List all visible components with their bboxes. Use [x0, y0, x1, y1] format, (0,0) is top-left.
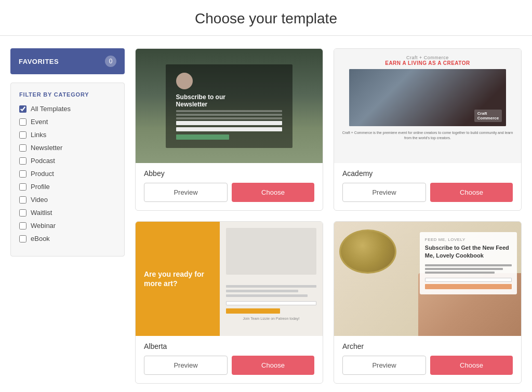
- abbey-avatar: [176, 73, 193, 89]
- alberta-lines: [226, 285, 316, 297]
- filter-checkbox-ebook[interactable]: [19, 235, 26, 242]
- sidebar: FAVORITES 0 FILTER BY CATEGORY All Templ…: [10, 48, 125, 384]
- filter-item-video[interactable]: Video: [19, 196, 116, 204]
- filter-title: FILTER BY CATEGORY: [19, 91, 116, 98]
- page-header: Choose your template: [0, 0, 532, 36]
- filter-item-all[interactable]: All Templates: [19, 105, 116, 113]
- alberta-right-panel: Join Team Lizzie on Patreon today!: [220, 222, 323, 336]
- abbey-actions: Preview Choose: [144, 183, 314, 202]
- filter-label-profile: Profile: [31, 183, 50, 191]
- filter-checkbox-webinar[interactable]: [19, 222, 26, 229]
- favorites-label: FAVORITES: [19, 58, 59, 65]
- main-layout: FAVORITES 0 FILTER BY CATEGORY All Templ…: [0, 36, 532, 392]
- filter-checkbox-podcast[interactable]: [19, 157, 26, 165]
- archer-desc-3: [425, 272, 495, 274]
- template-card-abbey: Subscribe to ourNewsletter Abbey Preview…: [135, 48, 323, 211]
- archer-overlay: FEED ME, LOVELY Subscribe to Get the New…: [420, 232, 517, 294]
- alberta-orange-text: Are you ready for more art?: [144, 269, 211, 288]
- abbey-name: Abbey: [144, 169, 314, 178]
- academy-preview-image: Craft + Commerce EARN A LIVING AS A CREA…: [334, 49, 521, 163]
- archer-mock: FEED ME, LOVELY Subscribe to Get the New…: [334, 222, 521, 336]
- filter-checkbox-product[interactable]: [19, 170, 26, 178]
- alberta-name: Alberta: [144, 342, 314, 350]
- filter-checkbox-event[interactable]: [19, 118, 26, 126]
- filter-label-waitlist: Waitlist: [31, 209, 52, 217]
- favorites-count: 0: [105, 56, 116, 67]
- academy-preview-button[interactable]: Preview: [342, 183, 426, 202]
- alberta-choose-button[interactable]: Choose: [232, 356, 314, 375]
- alberta-submit-btn: [226, 308, 280, 314]
- filter-item-event[interactable]: Event: [19, 118, 116, 126]
- filter-item-profile[interactable]: Profile: [19, 183, 116, 191]
- academy-image: CraftCommerce: [349, 69, 506, 126]
- alberta-orange-panel: Are you ready for more art?: [136, 222, 220, 336]
- filter-label-newsletter: Newsletter: [31, 144, 62, 152]
- academy-red-title: EARN A LIVING AS A CREATOR: [385, 60, 470, 66]
- abbey-text-1: [176, 110, 283, 112]
- template-card-alberta: Are you ready for more art? Join Team Li…: [135, 221, 323, 384]
- filter-label-links: Links: [31, 131, 46, 139]
- filter-label-event: Event: [31, 118, 48, 126]
- filter-item-product[interactable]: Product: [19, 170, 116, 178]
- filter-label-podcast: Podcast: [31, 157, 55, 165]
- filter-item-waitlist[interactable]: Waitlist: [19, 209, 116, 217]
- abbey-submit-btn: [176, 134, 229, 140]
- alberta-mock: Are you ready for more art? Join Team Li…: [136, 222, 323, 336]
- filter-label-webinar: Webinar: [31, 222, 56, 229]
- archer-choose-button[interactable]: Choose: [430, 356, 513, 375]
- alberta-email-input: [226, 301, 316, 305]
- abbey-text-3: [176, 117, 283, 119]
- abbey-field-name: [176, 121, 283, 125]
- abbey-text-2: [176, 114, 283, 116]
- filter-checkbox-newsletter[interactable]: [19, 144, 26, 152]
- archer-info: Archer Preview Choose: [334, 336, 521, 383]
- archer-small-label: FEED ME, LOVELY: [425, 237, 512, 242]
- abbey-headline: Subscribe to ourNewsletter: [176, 93, 283, 108]
- alberta-sub-text: Join Team Lizzie on Patreon today!: [226, 317, 316, 320]
- academy-name: Academy: [342, 169, 513, 178]
- filter-label-all: All Templates: [31, 105, 71, 113]
- archer-submit-btn: [425, 284, 512, 289]
- alberta-line-2: [226, 290, 298, 292]
- filter-label-product: Product: [31, 170, 54, 178]
- archer-email-input: [425, 278, 512, 282]
- filter-item-ebook[interactable]: eBook: [19, 235, 116, 242]
- abbey-preview-button[interactable]: Preview: [144, 183, 228, 202]
- academy-mock: Craft + Commerce EARN A LIVING AS A CREA…: [334, 49, 521, 163]
- alberta-line-1: [226, 285, 316, 288]
- abbey-field-email: [176, 127, 283, 131]
- academy-choose-button[interactable]: Choose: [430, 183, 513, 202]
- filter-checkbox-all[interactable]: [19, 105, 26, 113]
- filter-box: FILTER BY CATEGORY All Templates Event L…: [10, 83, 125, 256]
- archer-desc-1: [425, 264, 512, 266]
- filter-item-webinar[interactable]: Webinar: [19, 222, 116, 229]
- filter-item-newsletter[interactable]: Newsletter: [19, 144, 116, 152]
- archer-preview-button[interactable]: Preview: [342, 356, 426, 375]
- archer-dish: [339, 229, 396, 274]
- filter-checkbox-links[interactable]: [19, 131, 26, 139]
- templates-grid: Subscribe to ourNewsletter Abbey Preview…: [135, 48, 522, 384]
- academy-actions: Preview Choose: [342, 183, 513, 202]
- academy-header-text: Craft + Commerce: [406, 55, 449, 60]
- filter-label-ebook: eBook: [31, 235, 50, 242]
- archer-preview-image: FEED ME, LOVELY Subscribe to Get the New…: [334, 222, 521, 336]
- filter-checkbox-video[interactable]: [19, 196, 26, 204]
- academy-brand-overlay: CraftCommerce: [474, 110, 502, 122]
- filter-item-podcast[interactable]: Podcast: [19, 157, 116, 165]
- filter-item-links[interactable]: Links: [19, 131, 116, 139]
- academy-desc: Craft + Commerce is the premiere event f…: [340, 130, 515, 141]
- template-card-archer: FEED ME, LOVELY Subscribe to Get the New…: [334, 221, 522, 384]
- alberta-info: Alberta Preview Choose: [136, 336, 323, 383]
- archer-actions: Preview Choose: [342, 356, 513, 375]
- favorites-box[interactable]: FAVORITES 0: [10, 48, 125, 74]
- academy-info: Academy Preview Choose: [334, 163, 521, 210]
- abbey-choose-button[interactable]: Choose: [232, 183, 314, 202]
- filter-checkbox-waitlist[interactable]: [19, 209, 26, 217]
- filter-label-video: Video: [31, 196, 48, 204]
- alberta-preview-button[interactable]: Preview: [144, 356, 228, 375]
- template-card-academy: Craft + Commerce EARN A LIVING AS A CREA…: [334, 48, 522, 211]
- alberta-actions: Preview Choose: [144, 356, 314, 375]
- abbey-mock: Subscribe to ourNewsletter: [136, 49, 323, 163]
- filter-checkbox-profile[interactable]: [19, 183, 26, 191]
- archer-name: Archer: [342, 342, 513, 350]
